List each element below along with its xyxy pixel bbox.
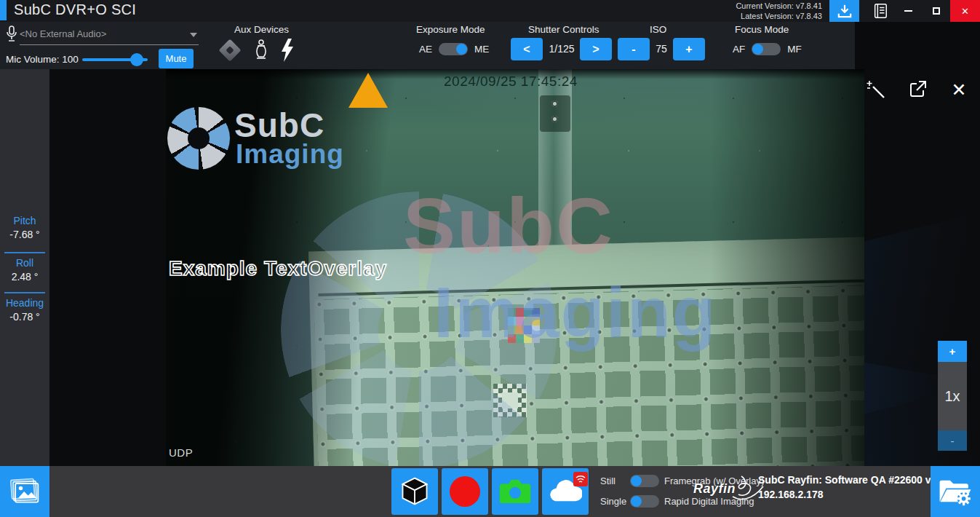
toggle-knob <box>456 44 467 55</box>
audio-source-select[interactable]: <No External Audio> <box>20 25 199 45</box>
app-window: SubC DVR+O SCI Current Version: v7.8.41 … <box>0 0 980 517</box>
roll-readout: Roll 2.48 ° <box>0 257 49 283</box>
aux-devices-label: Aux Devices <box>234 24 289 35</box>
close-icon: ✕ <box>961 6 969 17</box>
roll-value: 2.48 ° <box>0 271 49 283</box>
logo-text-imaging: Imaging <box>236 139 344 170</box>
stream-protocol-label: UDP <box>169 446 193 459</box>
pitch-readout: Pitch -7.68 ° <box>0 215 49 240</box>
single-mode-toggle[interactable] <box>630 495 659 508</box>
iso-minus-button[interactable]: - <box>618 38 650 60</box>
single-label: Single <box>600 496 630 507</box>
exposure-ae-label: AE <box>419 44 432 55</box>
rayfin-brand: Rayfin <box>693 479 759 508</box>
strobe-device-icon[interactable] <box>280 39 295 62</box>
folder-gear-icon <box>937 475 973 508</box>
toolbar: <No External Audio> Mic Volume: 100 Mute… <box>0 22 980 69</box>
enhance-wand-button[interactable] <box>866 79 886 100</box>
focus-mode-toggle[interactable] <box>752 43 781 55</box>
heading-label: Heading <box>0 297 49 309</box>
mic-volume-slider[interactable] <box>82 58 148 61</box>
rayfin-logo-text: Rayfin <box>693 481 736 497</box>
capture-still-button[interactable] <box>492 468 538 515</box>
version-info: Current Version: v7.8.41 Latest Version:… <box>736 1 822 21</box>
exposure-mode-control: AE ME <box>419 43 489 55</box>
aux-device-icons <box>218 38 298 64</box>
focus-mode-control: AF MF <box>733 43 802 55</box>
close-button[interactable]: ✕ <box>950 0 980 22</box>
file-settings-button[interactable] <box>931 466 980 517</box>
book-icon <box>872 3 888 19</box>
device-ip: 192.168.2.178 <box>758 489 948 500</box>
divider <box>4 292 45 293</box>
minimize-icon <box>904 10 912 12</box>
mute-button[interactable]: Mute <box>159 49 194 68</box>
popout-window-button[interactable] <box>907 79 928 100</box>
watermark-subc: SubC <box>403 180 614 271</box>
warning-triangle-icon <box>348 72 389 108</box>
shutter-prev-button[interactable]: < <box>511 38 543 60</box>
pitch-label: Pitch <box>0 215 49 226</box>
divider <box>4 252 45 253</box>
shutter-value: 1/125 <box>544 43 579 55</box>
media-gallery-button[interactable] <box>0 466 49 517</box>
shutter-controls-label: Shutter Controls <box>528 24 599 35</box>
iso-plus-button[interactable]: + <box>673 38 705 60</box>
focus-mf-label: MF <box>787 44 802 55</box>
still-label: Still <box>600 475 630 486</box>
zoom-out-button[interactable]: - <box>938 430 967 451</box>
title-bar: SubC DVR+O SCI Current Version: v7.8.41 … <box>0 0 980 22</box>
subc-imaging-logo: SubC Imaging <box>167 107 364 176</box>
title-accent-strip <box>0 0 7 20</box>
focus-mode-label: Focus Mode <box>735 24 789 35</box>
laser-device-icon[interactable] <box>218 39 241 61</box>
pitch-value: -7.68 ° <box>0 229 49 240</box>
watermark-imaging: Imaging <box>434 272 717 354</box>
exposure-me-label: ME <box>474 44 489 55</box>
main-area: Pitch -7.68 ° Roll 2.48 ° Heading -0.78 … <box>0 69 980 466</box>
shutter-next-button[interactable]: > <box>580 38 612 60</box>
app-title: SubC DVR+O SCI <box>14 1 136 18</box>
video-action-bar: ✕ <box>866 79 969 100</box>
zoom-in-button[interactable]: + <box>938 341 967 362</box>
still-mode-toggle[interactable] <box>630 475 659 487</box>
cloud-icon <box>549 479 582 504</box>
close-icon: ✕ <box>952 79 967 100</box>
aperture-icon <box>167 107 230 170</box>
update-download-button[interactable] <box>829 0 859 22</box>
iso-label: ISO <box>650 24 666 35</box>
close-stream-button[interactable]: ✕ <box>949 79 969 100</box>
exposure-mode-toggle[interactable] <box>439 43 468 55</box>
roll-label: Roll <box>0 257 49 269</box>
microphone-icon <box>6 25 17 43</box>
toggle-knob <box>631 496 642 507</box>
toggle-knob <box>631 475 642 486</box>
telemetry-sidebar: Pitch -7.68 ° Roll 2.48 ° Heading -0.78 … <box>0 69 49 466</box>
slider-knob[interactable] <box>130 53 143 66</box>
bottom-bar: Still Framegrab (w/ Overlay) Single Rapi… <box>0 466 980 517</box>
download-icon <box>837 4 853 18</box>
iso-value: 75 <box>651 43 672 55</box>
toolbar-right-panel <box>855 22 980 69</box>
video-stage: SubC Imaging SubC Imaging 2024/09/25 17:… <box>49 69 980 466</box>
minimize-button[interactable] <box>894 0 922 22</box>
device-name: SubC Rayfin: Software QA #22600 v4.... <box>758 474 948 486</box>
video-timestamp: 2024/09/25 17:45:24 <box>444 74 578 90</box>
text-overlay: Example TextOverlay <box>169 257 387 280</box>
lamp-device-icon[interactable] <box>253 39 269 61</box>
maximize-icon <box>933 7 940 15</box>
latest-version: Latest Version: v7.8.43 <box>736 11 822 21</box>
maximize-button[interactable] <box>922 0 950 22</box>
3d-mode-button[interactable] <box>391 468 438 515</box>
audio-source-value: <No External Audio> <box>20 28 106 39</box>
record-icon <box>450 476 480 507</box>
cube-icon <box>399 475 431 508</box>
documentation-button[interactable] <box>867 0 894 22</box>
cloud-upload-button[interactable] <box>542 468 589 515</box>
exposure-mode-label: Exposure Mode <box>416 24 485 35</box>
video-feed[interactable]: SubC Imaging SubC Imaging 2024/09/25 17:… <box>166 69 864 466</box>
gallery-icon <box>9 476 41 507</box>
heading-value: -0.78 ° <box>0 311 49 323</box>
record-button[interactable] <box>442 468 488 515</box>
focus-af-label: AF <box>733 44 745 55</box>
